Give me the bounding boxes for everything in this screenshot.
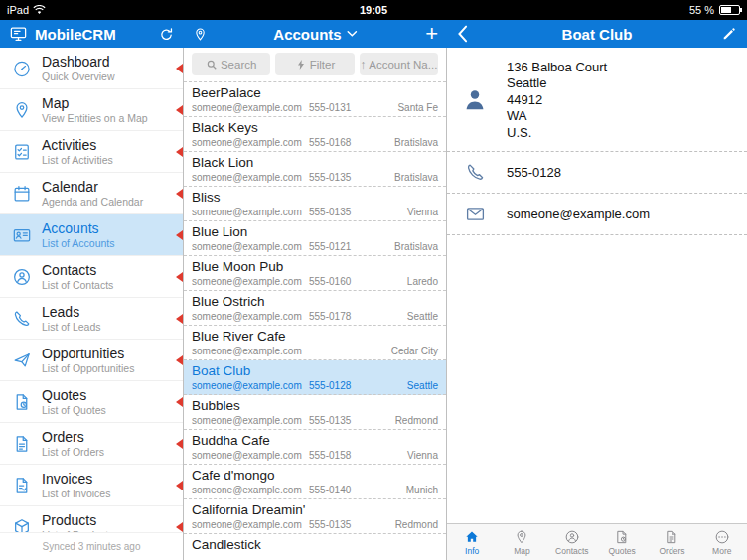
sidebar-item-sublabel: List of Contacts xyxy=(42,279,113,293)
entity-switcher[interactable]: Accounts xyxy=(273,26,357,43)
account-city: Vienna xyxy=(369,450,438,461)
add-record-button[interactable]: + xyxy=(425,23,438,45)
address-line: 44912 xyxy=(507,92,607,108)
sidebar-item[interactable]: Leads List of Leads xyxy=(0,298,183,340)
unsynced-flag-icon xyxy=(176,105,183,115)
sidebar-item[interactable]: Map View Entities on a Map xyxy=(0,89,183,131)
account-list-item[interactable]: Bubbles someone@example.com 555-0135 Red… xyxy=(184,395,446,430)
account-phone: 555-0135 xyxy=(309,207,369,217)
account-list-item[interactable]: Blue Moon Pub someone@example.com 555-01… xyxy=(184,256,446,291)
sidebar-item[interactable]: Dashboard Quick Overview xyxy=(0,48,183,89)
account-email: someone@example.com xyxy=(192,346,309,356)
sidebar-item-sublabel: List of Quotes xyxy=(42,404,106,418)
account-name: Bubbles xyxy=(192,398,438,413)
account-name: Black Lion xyxy=(192,155,438,170)
list-toolbar: Search Filter ↑ Account Na... xyxy=(184,48,446,82)
envelope-icon xyxy=(461,204,489,224)
account-email: someone@example.com xyxy=(192,241,309,252)
app-title: MobileCRM xyxy=(35,26,116,43)
sidebar-item[interactable]: Contacts List of Contacts xyxy=(0,256,183,298)
sidebar-item-label: Dashboard xyxy=(42,53,115,70)
bolt-icon xyxy=(295,59,307,70)
back-button[interactable] xyxy=(457,25,468,43)
unsynced-flag-icon xyxy=(176,439,183,449)
sidebar-item-label: Accounts xyxy=(42,219,115,237)
account-phone xyxy=(309,346,369,356)
address-line: WA xyxy=(507,108,607,124)
sidebar-item-label: Quotes xyxy=(42,386,106,404)
sidebar-nav: Dashboard Quick Overview Map View Entiti… xyxy=(0,48,183,532)
sidebar-item[interactable]: Calendar Agenda and Calendar xyxy=(0,173,183,214)
email-field[interactable]: someone@example.com xyxy=(447,194,747,235)
detail-tab[interactable]: Info xyxy=(447,524,497,560)
account-name: Boat Club xyxy=(192,363,438,378)
detail-tab[interactable]: Orders xyxy=(647,524,696,560)
gauge-icon xyxy=(12,59,32,78)
detail-tab[interactable]: Contacts xyxy=(547,524,597,560)
sidebar-item[interactable]: Accounts List of Accounts xyxy=(0,214,183,256)
map-pin-icon xyxy=(193,27,208,42)
mobilecrm-app: iPad 19:05 55 % MobileCRM xyxy=(0,0,747,560)
device-label: iPad xyxy=(7,4,29,16)
sidebar-item[interactable]: Orders List of Orders xyxy=(0,423,183,465)
accounts-icon xyxy=(12,225,32,245)
address-field[interactable]: 136 Balboa CourtSeattle44912WAU.S. xyxy=(447,50,747,152)
detail-tab[interactable]: Quotes xyxy=(597,524,647,560)
battery-icon xyxy=(719,5,740,15)
account-list-item[interactable]: Blue River Cafe someone@example.com Ceda… xyxy=(184,326,446,360)
sidebar-item[interactable]: Opportunities List of Opportunities xyxy=(0,340,183,381)
account-name: Blue Lion xyxy=(192,224,438,239)
battery-percent: 55 % xyxy=(689,4,714,16)
account-list-item[interactable]: Bliss someone@example.com 555-0135 Vienn… xyxy=(184,187,446,221)
account-list-item[interactable]: BeerPalace someone@example.com 555-0131 … xyxy=(184,82,446,117)
account-city: Vienna xyxy=(369,207,438,217)
sync-button[interactable] xyxy=(158,26,175,43)
sidebar-item-sublabel: List of Leads xyxy=(42,321,101,335)
account-phone: 555-0160 xyxy=(309,276,369,287)
account-list-item[interactable]: Boat Club someone@example.com 555-0128 S… xyxy=(184,360,446,395)
detail-tab[interactable]: More xyxy=(697,524,747,560)
account-list-item[interactable]: Blue Lion someone@example.com 555-0121 B… xyxy=(184,221,446,256)
detail-tab[interactable]: Map xyxy=(497,524,546,560)
accounts-list-panel: Search Filter ↑ Account Na... BeerPal xyxy=(184,48,447,560)
account-email: someone@example.com xyxy=(192,207,309,217)
invoices-icon xyxy=(12,476,32,495)
account-phone: 555-0178 xyxy=(309,311,369,322)
status-bar: iPad 19:05 55 % xyxy=(0,0,747,20)
locate-button[interactable] xyxy=(193,27,208,42)
tab-label: Orders xyxy=(659,546,684,556)
sort-button[interactable]: ↑ Account Na... xyxy=(360,53,438,75)
account-list-item[interactable]: Cafe d'mongo someone@example.com 555-014… xyxy=(184,465,446,499)
filter-button[interactable]: Filter xyxy=(275,53,354,75)
account-list-item[interactable]: Black Keys someone@example.com 555-0168 … xyxy=(184,117,446,152)
sidebar-item-sublabel: List of Invoices xyxy=(42,488,110,501)
map-pin-icon xyxy=(514,529,529,545)
account-email: someone@example.com xyxy=(192,450,309,461)
app-header: MobileCRM Accounts + xyxy=(0,20,747,48)
sidebar-item-sublabel: Quick Overview xyxy=(42,70,115,84)
account-name: Cafe d'mongo xyxy=(192,468,438,483)
sidebar-item-sublabel: List of Orders xyxy=(42,446,104,460)
unsynced-flag-icon xyxy=(176,189,183,199)
account-list-item[interactable]: California Dreamin' someone@example.com … xyxy=(184,499,446,534)
account-city: Redmond xyxy=(369,519,438,530)
account-email: someone@example.com xyxy=(192,102,309,113)
phone-field[interactable]: 555-0128 xyxy=(447,152,747,194)
account-list-item[interactable]: Buddha Cafe someone@example.com 555-0158… xyxy=(184,430,446,465)
account-list-item[interactable]: Black Lion someone@example.com 555-0135 … xyxy=(184,152,446,187)
account-list-item[interactable]: Candlestick xyxy=(184,534,446,560)
detail-body: 136 Balboa CourtSeattle44912WAU.S. 555-0… xyxy=(447,48,747,523)
edit-button[interactable] xyxy=(721,26,737,42)
sidebar-item-sublabel: List of Accounts xyxy=(42,237,115,251)
account-list-item[interactable]: Blue Ostrich someone@example.com 555-017… xyxy=(184,291,446,326)
unsynced-flag-icon xyxy=(176,397,183,407)
account-name: Blue Ostrich xyxy=(192,294,438,309)
account-phone: 555-0121 xyxy=(309,241,369,252)
sidebar-item[interactable]: Invoices List of Invoices xyxy=(0,465,183,506)
sidebar-item[interactable]: Products List of Products xyxy=(0,506,183,532)
sidebar-item[interactable]: Quotes List of Quotes xyxy=(0,381,183,423)
sidebar-item[interactable]: Activities List of Activities xyxy=(0,131,183,173)
activities-icon xyxy=(12,142,32,162)
search-button[interactable]: Search xyxy=(192,53,270,75)
sidebar: Dashboard Quick Overview Map View Entiti… xyxy=(0,48,184,560)
